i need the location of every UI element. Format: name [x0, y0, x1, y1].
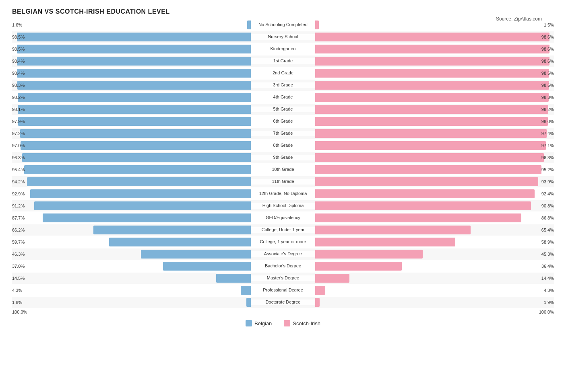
bar-label: No Schooling Completed: [251, 22, 315, 27]
bar-label: 6th Grade: [251, 119, 315, 124]
right-section: 96.3%: [315, 152, 554, 163]
bar-label: 2nd Grade: [251, 70, 315, 76]
left-value: 98.3%: [12, 83, 25, 88]
bar-blue: [17, 57, 251, 66]
legend-box-scotch: [284, 320, 290, 326]
bar-label: College, Under 1 year: [251, 227, 315, 232]
bar-row: 98.5% Nursery School 98.6%: [12, 31, 554, 43]
bar-row: 98.4% 2nd Grade 98.5%: [12, 68, 554, 79]
left-value: 95.4%: [12, 167, 25, 172]
left-section: 4.3%: [12, 285, 251, 296]
left-value: 98.5%: [12, 47, 25, 51]
left-value: 91.2%: [12, 203, 25, 208]
right-value: 97.1%: [541, 143, 554, 148]
right-value: 97.4%: [541, 131, 554, 136]
left-value: 37.0%: [12, 264, 25, 269]
bar-label: Kindergarten: [251, 46, 315, 51]
chart-legend: Belgian Scotch-Irish: [12, 320, 554, 326]
left-section: 92.9%: [12, 188, 251, 199]
bar-row: 98.4% 1st Grade 98.6%: [12, 55, 554, 67]
bar-blue: [18, 105, 251, 114]
left-value: 1.8%: [12, 300, 22, 305]
left-section: 87.7%: [12, 212, 251, 224]
bar-blue: [141, 250, 251, 259]
bar-pink: [315, 81, 549, 90]
left-value: 97.0%: [12, 143, 25, 148]
bar-pink: [315, 57, 549, 66]
bar-pink: [315, 226, 471, 234]
bar-blue: [18, 93, 251, 102]
bar-row: 97.9% 6th Grade 98.0%: [12, 116, 554, 127]
bar-blue: [17, 69, 251, 78]
left-section: 98.4%: [12, 55, 251, 67]
bar-blue: [30, 189, 251, 198]
left-value: 98.5%: [12, 35, 25, 39]
bar-row: 95.4% 10th Grade 95.2%: [12, 164, 554, 175]
right-value: 98.0%: [541, 119, 554, 124]
left-value: 97.9%: [12, 119, 25, 124]
right-section: 98.3%: [315, 92, 554, 103]
bar-pink: [315, 177, 538, 186]
bar-label: Associate's Degree: [251, 251, 315, 257]
right-value: 98.6%: [541, 47, 554, 51]
bar-blue: [22, 153, 251, 162]
bar-blue: [17, 45, 251, 53]
bar-row: 98.3% 3rd Grade 98.5%: [12, 80, 554, 91]
bar-row: 14.5% Master's Degree 14.4%: [12, 273, 554, 284]
bar-pink: [315, 117, 548, 126]
left-value: 98.4%: [12, 59, 25, 64]
bar-label: 3rd Grade: [251, 82, 315, 88]
bar-pink: [315, 286, 325, 295]
bar-pink: [315, 298, 320, 307]
right-value: 36.4%: [541, 264, 554, 269]
right-value: 14.4%: [541, 276, 554, 281]
bar-label: 8th Grade: [251, 143, 315, 148]
right-section: 95.2%: [315, 164, 554, 175]
right-value: 1.9%: [544, 300, 554, 305]
bar-row: 1.6% No Schooling Completed 1.5%: [12, 19, 554, 31]
right-value: 96.3%: [541, 155, 554, 160]
bar-row: 46.3% Associate's Degree 45.3%: [12, 248, 554, 260]
bottom-right-label: 100.0%: [314, 310, 554, 314]
right-value: 98.5%: [541, 83, 554, 88]
bar-pink: [315, 69, 549, 78]
bar-pink: [315, 153, 544, 162]
legend-label-scotch: Scotch-Irish: [293, 320, 320, 326]
bar-blue: [17, 33, 251, 41]
left-value: 98.4%: [12, 71, 25, 76]
bar-blue: [93, 226, 251, 234]
bar-pink: [315, 93, 549, 102]
bar-row: 91.2% High School Diploma 90.8%: [12, 200, 554, 211]
bar-row: 92.9% 12th Grade, No Diploma 92.4%: [12, 188, 554, 199]
left-section: 14.5%: [12, 273, 251, 284]
bar-blue: [34, 201, 251, 210]
left-value: 98.1%: [12, 107, 25, 112]
left-value: 46.3%: [12, 252, 25, 257]
bar-row: 98.1% 5th Grade 98.2%: [12, 104, 554, 115]
chart-container: 1.6% No Schooling Completed 1.5% 98.5% N…: [12, 19, 554, 326]
left-section: 95.4%: [12, 164, 251, 175]
bar-blue: [109, 238, 251, 246]
left-section: 46.3%: [12, 248, 251, 260]
left-section: 98.5%: [12, 31, 251, 43]
right-section: 98.6%: [315, 55, 554, 67]
left-value: 14.5%: [12, 276, 25, 281]
right-value: 1.5%: [544, 23, 554, 27]
right-value: 98.2%: [541, 107, 554, 112]
bar-blue: [20, 129, 251, 138]
bar-label: 5th Grade: [251, 107, 315, 112]
bar-row: 4.3% Professional Degree 4.3%: [12, 285, 554, 296]
right-section: 4.3%: [315, 285, 554, 296]
bar-label: 11th Grade: [251, 179, 315, 184]
left-value: 4.3%: [12, 288, 22, 293]
right-value: 98.6%: [541, 35, 554, 39]
right-section: 45.3%: [315, 248, 554, 260]
left-section: 98.5%: [12, 43, 251, 55]
bar-row: 98.5% Kindergarten 98.6%: [12, 43, 554, 55]
right-value: 58.9%: [541, 240, 554, 244]
bar-pink: [315, 141, 546, 150]
bar-blue: [246, 298, 251, 307]
right-section: 98.5%: [315, 68, 554, 79]
right-value: 45.3%: [541, 252, 554, 257]
right-value: 98.6%: [541, 59, 554, 64]
